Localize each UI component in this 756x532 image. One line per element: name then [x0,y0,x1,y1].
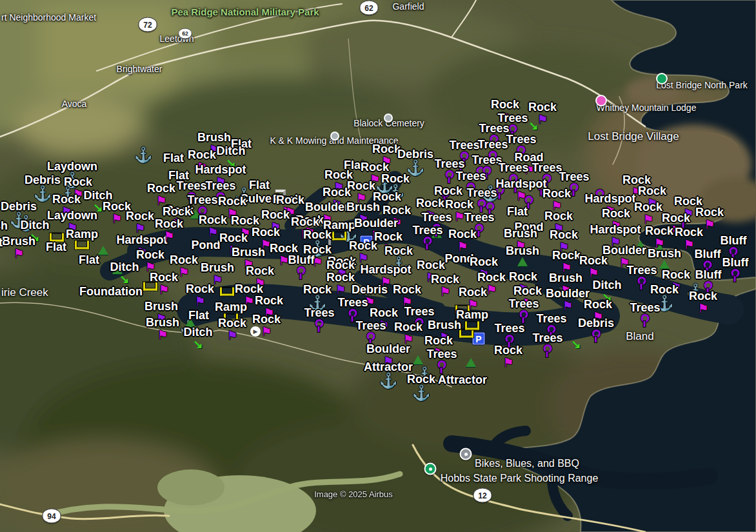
waypoint-marker-ramp[interactable]: Ramp [66,228,98,249]
waypoint-marker-rock[interactable]: Rock ⚑ [218,317,246,342]
flag-icon: ⚑ [111,213,122,225]
waypoint-label: Rock [550,229,578,241]
waypoint-marker-attractor[interactable]: Attractor ⚓ [364,361,413,388]
waypoint-label: Rock [383,204,411,216]
waypoint-label: Trees [477,139,508,150]
waypoint-marker-trees[interactable]: Trees [508,298,539,325]
park-poi-icon[interactable] [656,73,668,84]
waypoint-marker-flat[interactable]: Flat [249,179,270,191]
waypoint-label: Trees [626,264,657,276]
waypoint-marker-rock[interactable]: Rock ⚑ [552,250,581,274]
waypoint-marker-hardspot[interactable]: Hardspot ⚑ [495,178,546,202]
waypoint-marker-bluff[interactable]: Bluff [288,254,315,281]
waypoint-marker-rock[interactable]: Rock ⚑ [494,344,522,369]
waypoint-marker-flat[interactable]: Flat [0,237,3,248]
waypoint-label: Rock [52,193,81,205]
waypoint-marker-trees[interactable]: Trees [412,224,443,251]
waypoint-marker-rock[interactable]: Rock ⚑ [528,101,557,126]
waypoint-label: Hardspot [495,178,546,190]
waypoint-label: Rock [434,185,463,197]
waypoint-label: Brush [504,228,537,239]
gray-poi-icon[interactable] [384,113,393,123]
waypoint-marker-rock[interactable]: Rock ⚑ [150,271,178,296]
waypoint-label: Rock [509,271,537,282]
waypoint-label: Hardspot [590,224,641,235]
waypoint-marker-rock[interactable]: Rock ⚑ [126,210,154,235]
waypoint-marker-rock[interactable]: Rock ⚑ [645,225,673,250]
waypoint-label: Brush [648,248,681,259]
waypoint-label: Trees [532,162,562,173]
waypoint-marker-attractor[interactable]: Attractor [438,374,487,386]
route-number: 12 [478,491,486,500]
waypoint-label: Attractor [438,374,487,386]
waypoint-marker-rock[interactable]: Rock ⚓ [407,373,435,400]
lodging-poi-icon[interactable] [595,95,607,106]
waypoint-label: Rock [323,186,351,198]
waypoint-label: Rock [361,161,389,173]
waypoint-label: Debris [397,148,433,160]
waypoint-marker-brush[interactable]: Brush [506,245,539,266]
waypoint-marker-brush[interactable]: Brush ⚑ [2,235,35,260]
pin-green-poi-icon[interactable] [424,463,437,475]
place-label-bland: Bland [626,330,653,343]
waypoint-marker-ditch[interactable]: Ditch ↘ [110,261,139,285]
waypoint-marker-rock[interactable]: Rock ⚑ [542,188,571,212]
waypoint-marker-debris[interactable]: Debris [578,317,614,344]
waypoint-marker-brush[interactable]: Brush [0,220,8,232]
waypoint-marker-rock[interactable]: Rock ⚑ [252,313,281,338]
waypoint-marker-rock[interactable]: Rock ⚑ [689,290,717,315]
pin-icon [704,281,712,290]
gray-poi-icon[interactable] [330,132,339,141]
waypoint-marker-brush[interactable]: Brush ⚑ [146,317,179,341]
waypoint-marker-rock[interactable]: Rock ⚑ [634,201,662,226]
waypoint-label: Rock [477,271,506,283]
flag-icon: ⚑ [439,286,450,298]
waypoint-marker-rock[interactable]: Rock ⚑ [459,286,487,311]
waypoint-label: Rock [155,218,183,230]
waypoint-marker-flat[interactable]: Flat [79,254,99,266]
waypoint-label: Rock [218,317,246,329]
waypoint-marker-flat[interactable]: Flat [46,241,66,253]
waypoint-marker-rock[interactable]: Rock ⚑ [136,249,164,273]
place-label-rt-neighborhood-market: rt Neighborhood Market [1,12,96,23]
waypoint-marker-boulder[interactable]: Boulder ⚑ [546,288,590,312]
waypoint-marker-rock[interactable]: Rock ⚑ [431,273,459,298]
waypoint-marker-trees[interactable]: Trees [304,307,334,334]
flag-icon: ⚑ [515,190,526,202]
waypoint-label: Trees [205,180,235,192]
flag-icon: ⚑ [163,230,174,242]
waypoint-label: Rock [650,284,679,295]
waypoint-marker-debris[interactable]: Debris ⚓ [397,148,433,175]
waypoint-label: Brush [232,246,265,258]
waypoint-label: Ditch [184,326,213,338]
waypoint-label: Ditch [217,145,246,157]
waypoint-label: Ramp [66,228,98,240]
waypoint-marker-trees[interactable]: Trees [532,332,562,359]
waypoint-label: Rock [147,182,175,194]
waypoint-marker-pond[interactable]: Pond [192,239,221,251]
waypoint-marker-bluff[interactable]: Bluff [722,257,749,284]
waypoint-marker-rock[interactable]: Rock ⚑ [186,283,214,308]
waypoint-marker-foundation[interactable]: Foundation [79,286,143,297]
waypoint-label: Rock [579,255,608,266]
waypoint-marker-trees[interactable]: Trees [630,302,660,329]
waypoint-marker-trees[interactable]: Trees [426,348,457,375]
waypoint-marker-rock[interactable]: Rock ⚑ [155,218,183,242]
waypoint-marker-flat[interactable]: Flat [163,152,184,164]
waypoint-label: Rock [218,195,246,207]
satellite-map-viewport[interactable]: Rock ⚑ Debris ⚓ Flat Rock ⚑ Rock ⚑ Rock … [0,0,756,532]
waypoint-label: Rock [291,216,319,228]
waypoint-label: Trees [508,298,539,310]
pin-icon [315,319,323,328]
waypoint-label: Rock [542,188,571,199]
pin-gray-poi-icon[interactable] [460,448,472,460]
tree-icon [659,260,670,269]
waypoint-marker-flat[interactable]: Flat [188,310,209,321]
waypoint-label: Rock [231,215,259,226]
waypoint-marker-ditch[interactable]: Ditch ↘ [184,326,213,350]
tree-icon [466,358,476,367]
waypoint-marker-rock[interactable]: Rock ⚑ [579,255,608,279]
waypoint-marker-flat[interactable]: Flat [507,206,528,217]
waypoint-label: Rock [303,284,332,295]
waypoint-marker-rock[interactable]: Rock ⚑ [448,228,477,253]
